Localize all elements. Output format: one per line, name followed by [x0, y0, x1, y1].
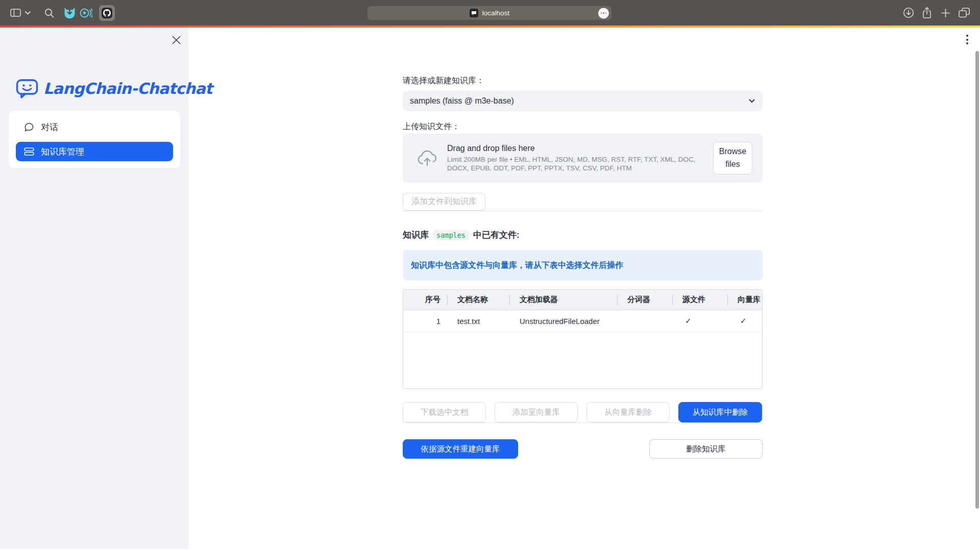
url-text: localhost [482, 9, 509, 17]
info-banner: 知识库中包含源文件与向量库，请从下表中选择文件后操作 [403, 250, 763, 281]
row-actions: 下载选中文档 添加至向量库 从向量库删除 从知识库中删除 [403, 402, 763, 422]
site-favicon [470, 9, 478, 17]
new-tab-icon[interactable] [941, 0, 950, 26]
file-dropzone[interactable]: Drag and drop files here Limit 200MB per… [403, 134, 763, 183]
share-icon[interactable] [922, 0, 932, 26]
col-header-vector-store[interactable]: 向量库 [727, 290, 762, 310]
url-bar[interactable]: localhost [368, 6, 611, 20]
delete-from-vector-store-button[interactable]: 从向量库删除 [586, 402, 670, 422]
cell-source-file-check: ✓ [672, 310, 727, 332]
rebuild-vector-store-button[interactable]: 依据源文件重建向量库 [403, 439, 518, 459]
table-header-row: 序号 文档名称 文档加载器 分词器 源文件 向量库 [403, 290, 762, 310]
heading-prefix: 知识库 [403, 229, 429, 241]
main-content: 请选择或新建知识库： samples (faiss @ m3e-base) 上传… [403, 28, 763, 459]
knowledge-base-icon [24, 147, 34, 156]
sidebar-item-knowledge-base[interactable]: 知识库管理 [16, 142, 173, 161]
logo-bubble-icon [15, 77, 39, 99]
cell-index: 1 [403, 310, 447, 332]
tabs-overview-icon[interactable] [959, 0, 970, 26]
recorder-extension-icon[interactable] [80, 0, 92, 26]
browser-chrome: localhost [0, 0, 980, 26]
github-extension-icon[interactable] [99, 5, 115, 21]
cell-splitter [617, 310, 672, 332]
download-selected-button[interactable]: 下载选中文档 [403, 402, 486, 422]
chevron-down-icon[interactable] [25, 0, 31, 26]
browse-files-button[interactable]: Browse files [713, 142, 752, 174]
divider [403, 422, 763, 423]
divider [403, 211, 763, 211]
app-menu-icon[interactable] [966, 35, 968, 44]
cell-loader: UnstructuredFileLoader [509, 310, 617, 332]
url-options-button[interactable] [598, 8, 609, 18]
bottom-actions: 依据源文件重建向量库 删除知识库 [403, 439, 763, 459]
cloud-upload-icon [416, 149, 438, 167]
add-to-vector-store-button[interactable]: 添加至向量库 [495, 402, 578, 422]
table-empty-area [403, 332, 762, 388]
dropzone-limit-text: Limit 200MB per file • EML, HTML, JSON, … [447, 156, 706, 172]
files-table: 序号 文档名称 文档加载器 分词器 源文件 向量库 1 test.txt Uns… [403, 289, 763, 389]
dropzone-instructions: Drag and drop files here Limit 200MB per… [447, 144, 713, 172]
github-logo [102, 8, 112, 18]
chat-bubble-icon [24, 122, 34, 132]
downloads-icon[interactable] [903, 0, 914, 26]
delete-kb-button[interactable]: 删除知识库 [649, 439, 763, 459]
col-header-source-file[interactable]: 源文件 [672, 290, 727, 310]
chevron-down-icon [747, 96, 756, 106]
downloads-extension-icon[interactable] [64, 0, 76, 26]
sidebar-item-label: 对话 [41, 121, 58, 133]
existing-files-heading: 知识库 samples 中已有文件: [403, 229, 763, 241]
col-header-index[interactable]: 序号 [403, 290, 447, 310]
delete-from-kb-button[interactable]: 从知识库中删除 [678, 402, 762, 422]
kb-select-label: 请选择或新建知识库： [403, 76, 763, 87]
heading-suffix: 中已有文件: [473, 229, 520, 241]
col-header-file-name[interactable]: 文档名称 [447, 290, 509, 310]
sidebar-nav: 对话 知识库管理 [9, 111, 180, 168]
app-logo: LangChain-Chatchat [15, 77, 212, 99]
col-header-loader[interactable]: 文档加载器 [509, 290, 617, 310]
sidebar-toggle-icon[interactable] [10, 0, 21, 26]
upload-label: 上传知识文件： [403, 121, 763, 133]
table-row[interactable]: 1 test.txt UnstructuredFileLoader ✓ ✓ [403, 310, 762, 332]
dropzone-title: Drag and drop files here [447, 144, 706, 153]
col-header-splitter[interactable]: 分词器 [617, 290, 672, 310]
vertical-scrollbar[interactable] [975, 51, 979, 509]
logo-text: LangChain-Chatchat [43, 80, 212, 97]
add-files-to-kb-button[interactable]: 添加文件到知识库 [403, 193, 485, 211]
cell-file-name: test.txt [447, 310, 509, 332]
kb-name-code: samples [433, 230, 469, 240]
search-icon[interactable] [44, 0, 54, 26]
kb-select-dropdown[interactable]: samples (faiss @ m3e-base) [403, 91, 763, 111]
sidebar-item-label: 知识库管理 [41, 146, 84, 158]
kb-selected-value: samples (faiss @ m3e-base) [410, 96, 514, 106]
sidebar-item-dialogue[interactable]: 对话 [16, 116, 173, 138]
cell-vector-store-check: ✓ [727, 310, 762, 332]
sidebar: LangChain-Chatchat 对话 知识库管理 [0, 28, 188, 549]
close-sidebar-icon[interactable] [170, 34, 182, 45]
